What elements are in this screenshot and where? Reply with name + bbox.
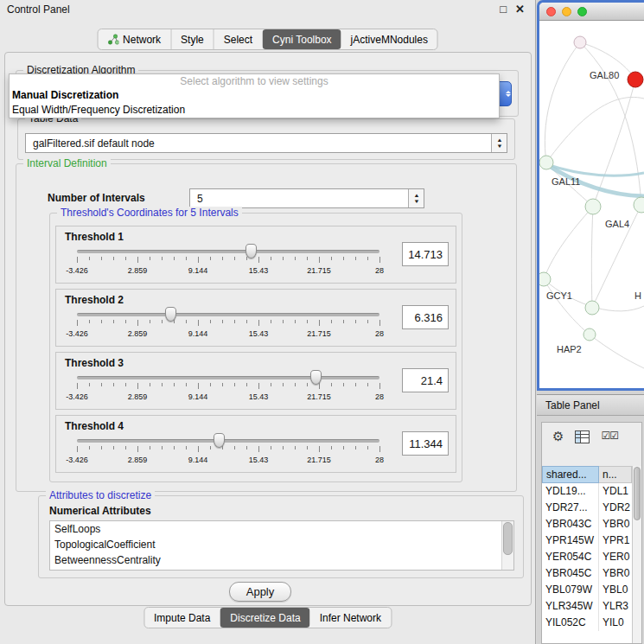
table-row[interactable]: YIL052CYIL0 xyxy=(542,615,632,631)
column-header-name[interactable]: n... xyxy=(599,466,632,483)
table-columns-icon[interactable] xyxy=(575,430,590,443)
table-scrollbar-thumb[interactable] xyxy=(634,467,641,520)
slider-track[interactable] xyxy=(77,376,379,379)
network-edge[interactable] xyxy=(544,207,593,279)
tab-network[interactable]: Network xyxy=(98,29,170,49)
threshold-slider[interactable]: -3.4262.8599.14415.4321.71528 xyxy=(77,307,379,343)
table-row[interactable]: YDL19...YDL1 xyxy=(542,483,632,500)
network-edge[interactable] xyxy=(590,335,644,368)
table-row[interactable]: YBR043CYBR0 xyxy=(542,516,632,532)
tick-label: -3.426 xyxy=(66,266,88,275)
cell-name: YDL1 xyxy=(599,483,632,500)
tick-label: 15.43 xyxy=(249,456,269,464)
cell-name: YDR2 xyxy=(599,500,632,516)
network-node[interactable] xyxy=(585,199,601,214)
table-row[interactable]: YER054CYER0 xyxy=(542,549,632,565)
algorithm-option-manual-discretization[interactable]: Manual Discretization xyxy=(10,88,499,103)
number-of-intervals-label: Number of Intervals xyxy=(48,192,145,204)
threshold-slider[interactable]: -3.4262.8599.14415.4321.71528 xyxy=(77,433,379,469)
group-title: Threshold's Coordinates for 5 Intervals xyxy=(57,207,242,220)
network-node[interactable] xyxy=(574,36,586,48)
tab-cyni-toolbox[interactable]: Cyni Toolbox xyxy=(262,29,341,49)
threshold-slider[interactable]: -3.4262.8599.14415.4321.71528 xyxy=(77,244,379,280)
attribute-list-item[interactable]: BetweennessCentrality xyxy=(50,552,513,568)
tick-mark xyxy=(283,446,284,450)
tab-select[interactable]: Select xyxy=(214,29,262,49)
tick-mark xyxy=(198,446,199,452)
algorithm-option-equal-width-frequency-discretization[interactable]: Equal Width/Frequency Discretization xyxy=(10,103,499,118)
threshold-value-field[interactable]: 14.713 xyxy=(402,242,449,266)
tick-label: 28 xyxy=(375,392,384,401)
tick-mark xyxy=(162,257,163,260)
network-node[interactable] xyxy=(634,197,644,213)
tick-mark xyxy=(367,446,368,450)
tick-mark xyxy=(343,446,344,450)
table-panel-header: Table Panel xyxy=(537,394,644,416)
tick-labels: -3.4262.8599.14415.4321.71528 xyxy=(77,266,379,276)
threshold-value-field[interactable]: 6.316 xyxy=(402,305,449,329)
numerical-attributes-list[interactable]: SelfLoopsTopologicalCoefficientBetweenne… xyxy=(49,520,514,571)
network-icon xyxy=(107,34,118,45)
number-of-intervals-combo[interactable]: 5 ▲ ▼ xyxy=(189,188,424,208)
slider-track[interactable] xyxy=(77,250,379,253)
zoom-traffic-light[interactable] xyxy=(577,7,587,16)
network-node[interactable] xyxy=(583,328,596,341)
gear-icon[interactable]: ⚙ xyxy=(552,430,564,443)
threshold-value-field[interactable]: 21.4 xyxy=(402,368,449,392)
table-row[interactable]: YBL079WYBL0 xyxy=(542,582,632,598)
tick-mark xyxy=(319,383,320,389)
slider-track[interactable] xyxy=(77,313,379,316)
group-title: Interval Definition xyxy=(23,157,111,170)
table-scrollbar[interactable] xyxy=(632,466,641,643)
numerical-attributes-label: Numerical Attributes xyxy=(49,505,151,517)
float-window-icon[interactable]: □ xyxy=(500,3,507,16)
table-data-combo[interactable]: galFiltered.sif default node ▲ ▼ xyxy=(25,133,507,153)
tab-infer-network[interactable]: Infer Network xyxy=(310,608,391,628)
tick-label: 15.43 xyxy=(249,329,269,338)
tab-jactivemnodules[interactable]: jActiveMNodules xyxy=(341,29,437,49)
cell-name: YBR0 xyxy=(599,516,632,532)
screen: Control Panel □ ✕ NetworkStyleSelectCyni… xyxy=(0,0,644,644)
apply-button[interactable]: Apply xyxy=(229,582,291,602)
control-panel-titlebar: Control Panel □ ✕ xyxy=(0,0,535,22)
tick-mark xyxy=(331,320,332,323)
attribute-list-item[interactable]: SelfLoops xyxy=(50,521,513,537)
list-scrollbar[interactable] xyxy=(501,521,513,570)
table-row[interactable]: YDR27...YDR2 xyxy=(542,500,632,516)
network-node[interactable] xyxy=(628,72,643,87)
slider-ticks xyxy=(77,383,379,390)
threshold-slider[interactable]: -3.4262.8599.14415.4321.71528 xyxy=(77,370,379,406)
tick-mark xyxy=(198,257,199,263)
tick-mark xyxy=(77,383,78,389)
tick-mark xyxy=(222,383,223,386)
select-columns-checkboxes-icon[interactable]: ☑☑ xyxy=(601,430,618,443)
tab-style[interactable]: Style xyxy=(170,29,214,49)
table-row[interactable]: YBR045CYBR0 xyxy=(542,565,632,582)
table-row[interactable]: YLR345WYLR3 xyxy=(542,598,632,615)
tick-mark xyxy=(186,257,187,260)
table-row[interactable]: YPR145WYPR1 xyxy=(542,532,632,549)
threshold-label: Threshold 3 xyxy=(65,357,124,369)
threshold-value-field[interactable]: 11.344 xyxy=(402,431,449,456)
tab-discretize-data[interactable]: Discretize Data xyxy=(220,608,309,628)
combo-spinner-icon[interactable]: ▲ ▼ xyxy=(408,189,424,207)
column-header-shared-name[interactable]: shared... xyxy=(542,466,599,483)
tab-impute-data[interactable]: Impute Data xyxy=(144,608,220,628)
network-canvas[interactable]: GAL80GAL11GAL4GCY1HAP2H xyxy=(539,21,644,388)
network-edge[interactable] xyxy=(544,279,590,335)
network-edge[interactable] xyxy=(591,207,593,308)
cell-shared-name: YER054C xyxy=(542,549,599,565)
minimize-traffic-light[interactable] xyxy=(562,7,571,16)
network-edge[interactable] xyxy=(545,42,580,163)
network-node[interactable] xyxy=(539,272,551,286)
close-traffic-light[interactable] xyxy=(546,7,556,16)
tab-label: Impute Data xyxy=(154,612,210,624)
network-node[interactable] xyxy=(585,301,599,315)
slider-track[interactable] xyxy=(77,439,379,443)
list-scrollbar-thumb[interactable] xyxy=(503,522,513,555)
network-edge[interactable] xyxy=(580,42,641,205)
attribute-list-item[interactable]: TopologicalCoefficient xyxy=(50,537,513,552)
network-node[interactable] xyxy=(539,156,553,169)
combo-spinner-icon[interactable]: ▲ ▼ xyxy=(491,134,507,152)
close-icon[interactable]: ✕ xyxy=(515,3,525,16)
